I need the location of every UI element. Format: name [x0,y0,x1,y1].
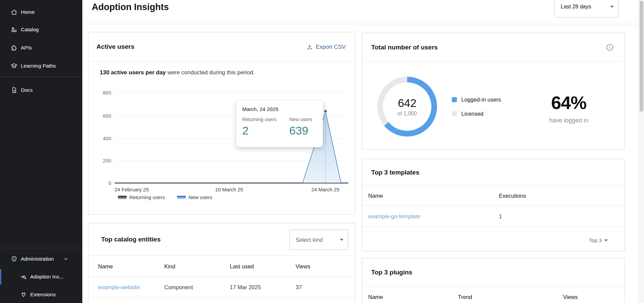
card-title: Top 3 plugins [371,269,412,276]
tooltip-returning-label: Returning users [242,117,289,122]
catalog-icon [11,26,17,33]
svg-text:800: 800 [103,90,111,96]
active-users-card-header: Active users Export CSV [88,32,355,62]
download-icon [306,44,313,50]
x-axis-labels: 24 February 25 10 March 25 24 March 25 [115,187,339,192]
export-csv-button[interactable]: Export CSV [306,32,346,62]
y-axis-labels: 800 600 400 200 0 [103,90,111,186]
last-used-value: 17 Mar 2025 [230,284,261,290]
sidebar-item-label: Learning Paths [21,63,56,69]
sidebar-item-label: APIs [21,45,32,51]
select-kind-value: Select kind [296,237,323,243]
sidebar-item-administration[interactable]: Administration [0,252,82,266]
kind-value: Component [164,284,193,290]
date-range-select[interactable]: Last 28 days [554,0,619,17]
date-range-value: Last 28 days [561,4,591,10]
sidebar-item-home[interactable]: Home [0,5,82,19]
column-header-trend: Trend [458,294,472,300]
logged-in-percentage: 64% [530,92,607,113]
adoption-insights-icon [20,273,27,280]
licensed-total: of 1,000 [397,111,417,117]
svg-text:200: 200 [103,158,111,163]
svg-text:0: 0 [109,180,111,186]
logged-in-percentage-block: 64% have logged in [530,92,607,124]
top-n-label: Top 3 [589,237,602,243]
header-divider [82,24,640,24]
card-title: Top catalog entities [101,236,161,243]
tooltip-returning-value: 2 [242,124,289,137]
learning-paths-icon [11,63,17,69]
top-catalog-entities-card: Top catalog entities Select kind Name Ki… [88,223,355,303]
logged-in-swatch [452,97,457,102]
subtitle-rest: were conducted during this period. [166,69,255,76]
catalog-table-header: Name Kind Last used Views [88,256,355,277]
sidebar: Home Catalog APIs Learning Paths Docs Ad… [0,0,82,303]
logged-in-count: 642 [398,97,416,110]
export-csv-label: Export CSV [316,44,346,50]
logged-in-note: have logged in [530,117,607,124]
active-users-card: Active users Export CSV 130 active users… [88,32,355,215]
sidebar-item-label: Catalog [21,27,39,33]
entity-link[interactable]: example-website [98,284,140,290]
sidebar-item-learning-paths[interactable]: Learning Paths [0,59,82,73]
sidebar-divider [0,77,82,77]
chart-legend: Returning users New users [118,194,212,200]
sidebar-item-adoption-insights[interactable]: Adoption Ins... [0,270,82,283]
sidebar-item-label: Home [21,9,35,15]
sidebar-item-apis[interactable]: APIs [0,41,82,54]
card-title: Top 3 templates [371,169,419,176]
chevron-down-icon [340,239,343,241]
column-header-last-used: Last used [230,263,254,270]
sidebar-divider [0,248,82,248]
chevron-down-icon [604,239,608,241]
chevron-down-icon [63,256,69,262]
legend-item-new-users[interactable]: New users [177,194,212,200]
logged-in-users-donut-chart: 642 of 1,000 [377,77,437,137]
top-plugins-card: Top 3 plugins Name Trend Views [362,258,625,303]
info-icon[interactable] [606,43,614,51]
chevron-down-icon [610,6,614,8]
sidebar-item-label: Administration [21,256,54,262]
table-row: example-go-template 1 [362,206,625,227]
sidebar-item-label: Adoption Ins... [30,274,63,280]
svg-text:24 February 25: 24 February 25 [115,187,149,192]
top-n-select[interactable]: Top 3 [589,237,608,243]
chart-subtitle: 130 active users per day were conducted … [100,69,255,76]
top-templates-card-header: Top 3 templates [362,159,625,186]
total-users-card: Total number of users 642 of 1,000 Logge… [362,33,625,150]
sidebar-item-catalog[interactable]: Catalog [0,23,82,36]
legend-item-returning-users[interactable]: Returning users [118,194,165,200]
svg-text:10 March 25: 10 March 25 [215,187,243,192]
executions-value: 1 [499,213,502,220]
returning-users-swatch [118,196,127,199]
legend-label: Logged-in users [461,97,501,103]
legend-label: Returning users [129,194,165,200]
tooltip-new-label: New users [289,117,312,122]
table-row: example-website Component 17 Mar 2025 37 [88,277,355,297]
column-header-name: Name [368,294,383,300]
column-header-name: Name [98,263,113,270]
apis-icon [11,44,17,51]
templates-table-header: Name Executions [362,186,625,206]
sidebar-item-label: Extensions [30,292,56,298]
tooltip-date: March, 24 2025 [242,106,317,112]
tooltip-new-value: 639 [289,124,308,137]
sidebar-item-label: Docs [21,87,33,93]
licensed-swatch [452,111,457,116]
column-header-name: Name [368,193,383,199]
legend-label: Licensed [461,111,483,117]
sidebar-item-extensions[interactable]: Extensions [0,288,82,301]
top-templates-card: Top 3 templates Name Executions example-… [362,159,625,251]
select-kind-dropdown[interactable]: Select kind [289,230,348,250]
donut-center: 642 of 1,000 [383,82,431,131]
administration-shield-icon [11,256,17,262]
scrollbar-thumb[interactable] [640,1,643,112]
column-header-views: Views [296,263,310,270]
new-users-swatch [177,196,186,199]
views-value: 37 [296,284,302,290]
extensions-plug-icon [20,291,27,298]
legend-label: New users [188,194,212,200]
template-link[interactable]: example-go-template [368,213,420,220]
sidebar-item-docs[interactable]: Docs [0,83,82,97]
column-header-executions: Executions [499,193,526,199]
